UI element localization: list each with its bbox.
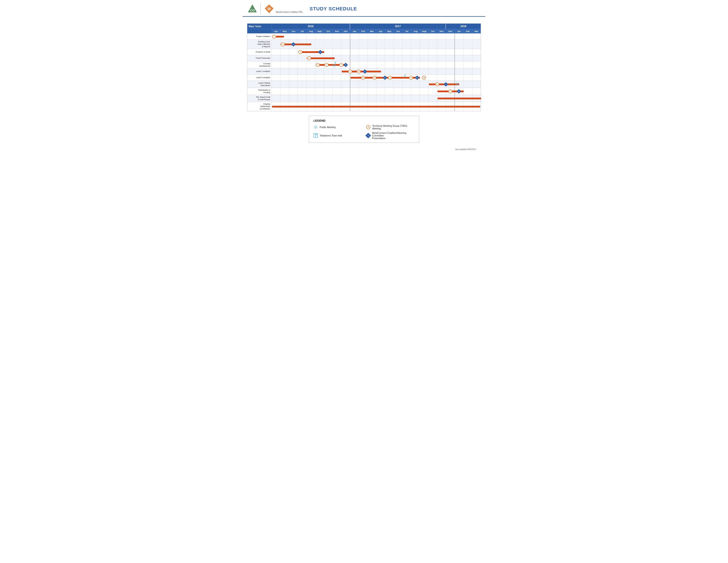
task-prioritization: Prioritization &Funding	[247, 88, 272, 95]
row-purpose-need: Purpose & Need 4	[247, 49, 481, 55]
page-wrapper: CO W WestConnect Coalition PEL STUDY SCH…	[243, 0, 485, 154]
cells-level2: 11 12 5 13	[272, 75, 481, 81]
month-oct-2017: Oct	[428, 29, 437, 33]
month-nov-2016: Nov	[333, 29, 341, 33]
footer: last updated 08/23/17	[247, 147, 481, 152]
gantt-body: Project Initiation 2	[247, 33, 481, 111]
task-level1: Level 1 Analysis	[247, 68, 272, 74]
month-sep-2017: Sept	[420, 29, 429, 33]
month-jun-2017: Jun	[394, 29, 402, 33]
task-purpose-need: Purpose & Need	[247, 49, 272, 55]
legend-public-meeting: Public Meeting	[313, 124, 362, 130]
month-sep-2016: Sept	[315, 29, 324, 33]
last-updated: last updated 08/23/17	[455, 148, 477, 150]
legend-phone-icon: T	[313, 133, 318, 138]
month-aug-2017: Aug	[411, 29, 420, 33]
legend-twg-label: Technical Working Group (TWG) Meeting	[372, 124, 415, 130]
legend-gear-icon	[313, 125, 318, 129]
month-aug-2016: Aug	[306, 29, 315, 33]
legend-coalition-label: WestConnect Coalition/Steering Committee…	[372, 132, 415, 139]
cells-project-initiation: 2	[272, 34, 481, 39]
row-existing-cond: Existing Cond.Data Collection& Reports 3	[247, 39, 481, 49]
legend-telephone: T Telephone Town Hall	[313, 132, 362, 139]
month-feb-2017: Feb	[359, 29, 368, 33]
cells-level3: 16 7	[272, 81, 481, 88]
legend-twg: # Technical Working Group (TWG) Meeting	[366, 124, 415, 130]
month-apr-2017: Apr	[376, 29, 385, 33]
month-apr-2016: Apr	[272, 29, 280, 33]
cells-concept-dev: 6 7 T	[272, 61, 481, 68]
year-2018: 2018	[446, 24, 481, 29]
svg-text:W: W	[267, 7, 271, 11]
legend-coalition-icon-wrap: ♦	[366, 133, 370, 138]
task-project-initiation: Project Initiation	[247, 34, 272, 39]
row-level3: Level 3 RefineAlternatives 16	[247, 81, 481, 88]
cells-pel-report	[272, 95, 481, 102]
month-may-2016: May	[280, 29, 289, 33]
major-tasks-label: Major Tasks	[247, 24, 272, 29]
task-concept-dev: ConceptDevelopment	[247, 61, 272, 68]
row-pel-report: PEL Report Draft& Final Review	[247, 95, 481, 102]
svg-point-6	[315, 126, 316, 128]
month-jan-2017: Jan	[350, 29, 359, 33]
row-prioritization: Prioritization &Funding 17	[247, 88, 481, 95]
legend-coalition-icon: ♦	[365, 133, 371, 138]
co-logo: CO	[247, 4, 258, 14]
legend-telephone-label: Telephone Town Hall	[320, 134, 342, 137]
logo-area: CO W WestConnect Coalition PEL	[247, 3, 303, 14]
cells-ongoing	[272, 102, 481, 111]
logo-divider	[260, 3, 261, 14]
task-level3: Level 3 RefineAlternatives	[247, 81, 272, 88]
month-dec-2016: Dec	[341, 29, 350, 33]
month-feb-2018: Feb	[463, 29, 472, 33]
cells-existing-cond: 3 1	[272, 40, 481, 49]
row-level2: Level 2 Analysis 11 12	[247, 74, 481, 81]
month-mar-2017: Mar	[368, 29, 376, 33]
cells-purpose-need: 4 2	[272, 49, 481, 55]
main-content: Major Tasks 2016 2017 2018 Apr May Jun J…	[243, 17, 485, 154]
row-concept-dev: ConceptDevelopment 6 7	[247, 61, 481, 68]
month-header-row: Apr May Jun Jul Aug Sept Oct Nov Dec Jan…	[247, 29, 481, 33]
w-logo: W	[264, 4, 274, 14]
title-area: STUDY SCHEDULE	[310, 6, 357, 12]
legend-coalition: ♦ WestConnect Coalition/Steering Committ…	[366, 132, 415, 139]
cells-level1: 9 10 4	[272, 68, 481, 74]
task-level2: Level 2 Analysis	[247, 75, 272, 81]
month-mar-2018: Mar	[472, 29, 481, 33]
legend-public-meeting-label: Public Meeting	[320, 126, 336, 128]
header: CO W WestConnect Coalition PEL STUDY SCH…	[243, 0, 485, 17]
legend-title: LEGEND	[313, 119, 415, 122]
task-pel-report: PEL Report Draft& Final Review	[247, 95, 272, 102]
row-project-initiation: Project Initiation 2	[247, 33, 481, 39]
task-travel-forecasts: Travel Forecasts	[247, 55, 272, 61]
year-2017: 2017	[350, 24, 446, 29]
row-ongoing: OngoingStakeholderCoordination	[247, 102, 481, 111]
cells-travel-forecasts: 5	[272, 55, 481, 61]
gantt-chart: Major Tasks 2016 2017 2018 Apr May Jun J…	[247, 23, 481, 111]
row-travel-forecasts: Travel Forecasts 5	[247, 55, 481, 61]
month-oct-2016: Oct	[324, 29, 333, 33]
legend: LEGEND Public Meeting # Technical Workin…	[309, 116, 419, 143]
org-name: WestConnect Coalition PEL	[276, 11, 303, 13]
year-header-row: Major Tasks 2016 2017 2018	[247, 24, 481, 29]
task-existing-cond: Existing Cond.Data Collection& Reports	[247, 40, 272, 49]
legend-twg-icon: #	[366, 125, 370, 129]
month-jan-2018: Jan	[455, 29, 463, 33]
legend-grid: Public Meeting # Technical Working Group…	[313, 124, 415, 139]
month-jun-2016: Jun	[289, 29, 298, 33]
month-dec-2017: Dec	[446, 29, 455, 33]
cells-prioritization: 17 8	[272, 88, 481, 95]
year-2016: 2016	[272, 24, 350, 29]
task-ongoing: OngoingStakeholderCoordination	[247, 102, 272, 111]
svg-text:CO: CO	[250, 9, 255, 12]
month-nov-2017: Nov	[437, 29, 446, 33]
org-name-stack: WestConnect Coalition PEL	[274, 5, 303, 13]
page-title: STUDY SCHEDULE	[310, 6, 357, 12]
month-spacer	[247, 29, 272, 33]
month-jul-2016: Jul	[298, 29, 307, 33]
row-level1: Level 1 Analysis 9 10	[247, 68, 481, 74]
month-jul-2017: Jul	[402, 29, 411, 33]
month-may-2017: May	[385, 29, 394, 33]
